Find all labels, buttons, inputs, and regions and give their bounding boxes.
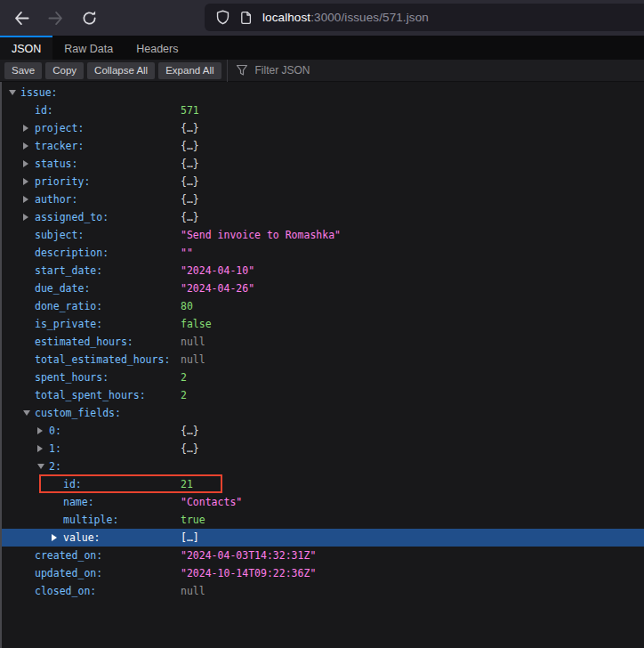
tree-row-done_ratio[interactable]: done_ratio:80 <box>2 297 644 315</box>
firefox-json-viewer-window: localhost:3000/issues/571.json JSON Raw … <box>0 0 644 648</box>
tree-row-multiple[interactable]: multiple:true <box>2 511 644 529</box>
collapse-arrow-icon[interactable] <box>37 464 44 469</box>
json-value: 21 <box>181 475 193 493</box>
save-button[interactable]: Save <box>4 62 42 79</box>
collapse-arrow-icon[interactable] <box>9 90 16 95</box>
json-key: total_spent_hours: <box>35 386 146 404</box>
expand-arrow-icon[interactable] <box>52 534 57 541</box>
tree-row-issue[interactable]: issue: <box>2 84 644 101</box>
tree-row-closed_on[interactable]: closed_on:null <box>2 582 644 600</box>
tree-row-name[interactable]: name:"Contacts" <box>2 493 644 511</box>
tree-row-total_estimated_hours[interactable]: total_estimated_hours:null <box>2 351 644 369</box>
expand-arrow-icon[interactable] <box>23 178 28 185</box>
tab-json[interactable]: JSON <box>0 36 52 60</box>
json-value: "2024-10-14T09:22:36Z" <box>181 564 316 582</box>
tree-row-estimated_hours[interactable]: estimated_hours:null <box>2 333 644 351</box>
tree-row-id[interactable]: id:571 <box>2 101 644 119</box>
json-value: {…} <box>181 190 199 208</box>
tree-row-value[interactable]: value:[…] <box>2 529 644 547</box>
tree-row-0[interactable]: 0:{…} <box>2 422 644 440</box>
json-key: tracker: <box>35 137 84 155</box>
expand-arrow-icon[interactable] <box>23 160 28 167</box>
json-key: estimated_hours: <box>35 333 133 351</box>
json-tree-panel: issue:id:571project:{…}tracker:{…}status… <box>0 82 644 648</box>
json-key: description: <box>35 244 109 262</box>
json-key: 0: <box>49 422 61 440</box>
tree-row-total_spent_hours[interactable]: total_spent_hours:2 <box>2 386 644 404</box>
tree-row-updated_on[interactable]: updated_on:"2024-10-14T09:22:36Z" <box>2 564 644 582</box>
back-button[interactable] <box>9 5 34 30</box>
url-text: localhost:3000/issues/571.json <box>262 11 429 24</box>
back-arrow-icon <box>13 10 30 27</box>
json-value: true <box>181 511 205 529</box>
json-value: {…} <box>181 155 199 173</box>
tree-row-created_on[interactable]: created_on:"2024-04-03T14:32:31Z" <box>2 547 644 564</box>
json-value: {…} <box>181 137 199 155</box>
expand-arrow-icon[interactable] <box>23 196 28 203</box>
json-value: "Send invoice to Romashka" <box>181 226 341 244</box>
tree-row-project[interactable]: project:{…} <box>2 119 644 137</box>
tree-row-custom_fields[interactable]: custom_fields: <box>2 404 644 422</box>
json-value: false <box>181 315 212 333</box>
collapse-arrow-icon[interactable] <box>23 410 30 416</box>
json-key: due_date: <box>35 279 90 297</box>
json-value: {…} <box>181 208 199 226</box>
json-key: updated_on: <box>35 564 102 582</box>
tree-row-due_date[interactable]: due_date:"2024-04-26" <box>2 279 644 297</box>
expand-arrow-icon[interactable] <box>23 142 28 150</box>
expand-arrow-icon[interactable] <box>37 427 43 434</box>
reload-icon <box>81 10 98 27</box>
forward-button[interactable] <box>43 5 68 30</box>
tree-row-spent_hours[interactable]: spent_hours:2 <box>2 369 644 386</box>
tree-row-description[interactable]: description:"" <box>2 244 644 262</box>
reload-button[interactable] <box>76 5 101 30</box>
json-value: null <box>181 351 205 369</box>
json-key: id: <box>63 475 82 493</box>
json-value: "2024-04-03T14:32:31Z" <box>181 547 316 564</box>
json-key: value: <box>63 529 101 547</box>
tab-raw-data[interactable]: Raw Data <box>52 36 125 60</box>
json-key: issue: <box>20 84 58 101</box>
json-value: 571 <box>181 101 199 119</box>
tree-row-start_date[interactable]: start_date:"2024-04-10" <box>2 262 644 279</box>
tree-row-priority[interactable]: priority:{…} <box>2 173 644 190</box>
json-value: "Contacts" <box>181 493 242 511</box>
filter-json-input[interactable] <box>254 63 435 77</box>
expand-arrow-icon[interactable] <box>37 445 43 452</box>
json-key: subject: <box>35 226 84 244</box>
expand-arrow-icon[interactable] <box>23 125 28 132</box>
browser-toolbar: localhost:3000/issues/571.json <box>0 0 644 36</box>
tree-row-is_private[interactable]: is_private:false <box>2 315 644 333</box>
tree-row-subject[interactable]: subject:"Send invoice to Romashka" <box>2 226 644 244</box>
tree-row-author[interactable]: author:{…} <box>2 190 644 208</box>
filter-json-container <box>228 63 644 77</box>
json-value: "2024-04-10" <box>181 262 254 279</box>
json-value: "2024-04-26" <box>181 279 254 297</box>
json-key: project: <box>35 119 84 137</box>
expand-all-button[interactable]: Expand All <box>158 62 221 79</box>
tree-row-tracker[interactable]: tracker:{…} <box>2 137 644 155</box>
json-key: multiple: <box>63 511 118 529</box>
json-key: priority: <box>35 173 90 190</box>
url-path: :3000/issues/571.json <box>310 11 429 24</box>
json-key: 2: <box>49 458 61 475</box>
forward-arrow-icon <box>47 10 64 27</box>
tree-row-status[interactable]: status:{…} <box>2 155 644 173</box>
tree-row-2[interactable]: 2: <box>2 458 644 475</box>
json-value: {…} <box>181 119 199 137</box>
json-value: null <box>181 333 205 351</box>
tree-row-1[interactable]: 1:{…} <box>2 440 644 458</box>
tab-headers[interactable]: Headers <box>125 36 189 60</box>
json-value: null <box>181 582 205 600</box>
tree-row-id[interactable]: id:21 <box>2 475 644 493</box>
url-bar[interactable]: localhost:3000/issues/571.json <box>205 4 644 31</box>
shield-icon[interactable] <box>215 10 230 25</box>
collapse-all-button[interactable]: Collapse All <box>87 62 155 79</box>
json-value: {…} <box>181 173 199 190</box>
copy-button[interactable]: Copy <box>45 62 84 79</box>
tree-row-assigned_to[interactable]: assigned_to:{…} <box>2 208 644 226</box>
json-value: "" <box>181 244 193 262</box>
json-key: is_private: <box>35 315 102 333</box>
expand-arrow-icon[interactable] <box>23 214 28 221</box>
url-host: localhost <box>262 11 310 24</box>
